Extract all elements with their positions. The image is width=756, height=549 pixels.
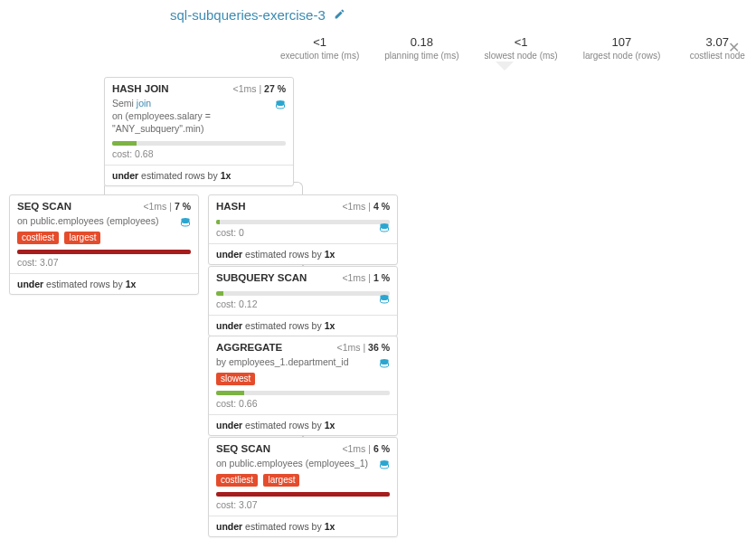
node-title: SEQ SCAN: [216, 443, 270, 454]
database-icon[interactable]: [275, 99, 286, 114]
node-timing: <1ms | 27 %: [233, 83, 286, 94]
stats-row: <1 execution time (ms) 0.18 planning tim…: [0, 26, 756, 71]
node-timing: <1ms | 6 %: [342, 443, 390, 454]
estimate-row: under estimated rows by 1x: [209, 516, 397, 536]
node-hash[interactable]: HASH <1ms | 4 % cost: 0 under estimated …: [208, 194, 398, 265]
cost-label: cost: 3.07: [17, 257, 191, 268]
stat-value: <1: [280, 35, 359, 49]
stat-label: slowest node (ms): [485, 51, 558, 61]
cost-bar: [216, 492, 390, 497]
database-icon[interactable]: [379, 357, 390, 373]
stat-label: execution time (ms): [280, 51, 359, 61]
node-title: HASH JOIN: [112, 83, 169, 94]
cost-label: cost: 0.12: [216, 298, 390, 309]
estimate-row: under estimated rows by 1x: [209, 414, 397, 435]
badge-costliest: costliest: [17, 232, 59, 244]
edit-icon[interactable]: [334, 8, 345, 23]
node-timing: <1ms | 36 %: [337, 342, 390, 353]
pointer-icon: [496, 62, 514, 71]
stat-value: 107: [583, 35, 661, 49]
stat-plan-time: 0.18 planning time (ms): [384, 35, 458, 61]
stat-value: 0.18: [384, 35, 458, 49]
node-title: AGGREGATE: [216, 342, 282, 353]
badge-costliest: costliest: [216, 474, 258, 487]
node-aggregate[interactable]: AGGREGATE <1ms | 36 % by employees_1.dep…: [208, 336, 398, 436]
cost-label: cost: 0: [216, 227, 390, 238]
node-subquery-scan[interactable]: SUBQUERY SCAN <1ms | 1 % cost: 0.12 unde…: [208, 266, 398, 336]
database-icon[interactable]: [379, 459, 390, 474]
estimate-row: under estimated rows by 1x: [105, 165, 293, 185]
database-icon[interactable]: [180, 216, 191, 232]
cost-bar: [216, 291, 390, 296]
stat-label: largest node (rows): [583, 51, 661, 61]
node-seq-scan-2[interactable]: SEQ SCAN <1ms | 6 % on public.employees …: [208, 437, 398, 537]
plan-title: sql-subqueries-exercise-3: [170, 7, 326, 23]
node-detail: by employees_1.department_id: [216, 355, 390, 368]
node-timing: <1ms | 7 %: [143, 201, 191, 212]
badge-largest: largest: [64, 232, 100, 244]
node-detail: Semi join on (employees.salary = "ANY_su…: [112, 97, 286, 136]
estimate-row: under estimated rows by 1x: [209, 243, 397, 264]
database-icon[interactable]: [379, 222, 390, 237]
node-detail: on public.employees (employees): [17, 214, 191, 227]
node-title: SEQ SCAN: [17, 201, 71, 212]
badge-largest: largest: [263, 474, 299, 487]
cost-label: cost: 0.66: [216, 398, 390, 409]
stat-largest: 107 largest node (rows): [583, 35, 661, 61]
badge-slowest: slowest: [216, 373, 255, 385]
node-timing: <1ms | 4 %: [342, 201, 390, 212]
stat-value: <1: [485, 35, 558, 49]
node-title: SUBQUERY SCAN: [216, 272, 307, 283]
cost-bar: [216, 391, 390, 395]
node-timing: <1ms | 1 %: [342, 272, 390, 283]
estimate-row: under estimated rows by 1x: [209, 315, 397, 336]
cost-bar: [17, 250, 191, 254]
cost-label: cost: 3.07: [216, 499, 390, 510]
stat-exec-time: <1 execution time (ms): [280, 35, 359, 61]
stat-label: planning time (ms): [384, 51, 458, 61]
cost-bar: [216, 220, 390, 224]
close-icon[interactable]: ✕: [728, 39, 740, 56]
cost-bar: [112, 141, 286, 146]
stat-slowest: <1 slowest node (ms): [485, 35, 558, 61]
database-icon[interactable]: [379, 293, 390, 308]
cost-label: cost: 0.68: [112, 148, 286, 159]
node-hash-join[interactable]: HASH JOIN <1ms | 27 % Semi join on (empl…: [104, 77, 294, 186]
node-detail: on public.employees (employees_1): [216, 457, 390, 469]
node-title: HASH: [216, 201, 246, 212]
node-seq-scan-1[interactable]: SEQ SCAN <1ms | 7 % on public.employees …: [9, 194, 199, 295]
estimate-row: under estimated rows by 1x: [10, 273, 198, 294]
